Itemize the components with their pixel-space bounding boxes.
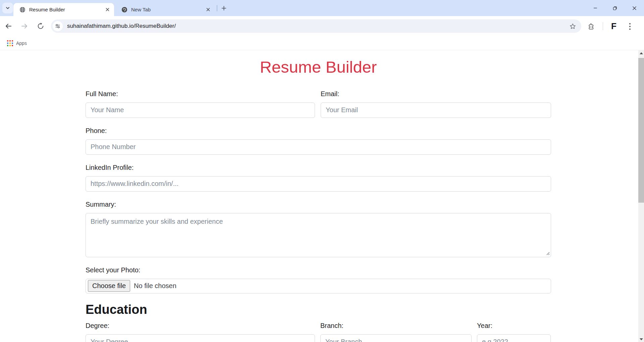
browser-menu-button[interactable]: [625, 21, 635, 32]
year-input[interactable]: [477, 334, 551, 342]
reload-button[interactable]: [35, 20, 46, 32]
tab-resume-builder[interactable]: Resume Builder: [13, 3, 114, 16]
full-name-label: Full Name:: [86, 90, 315, 98]
scrollbar-thumb[interactable]: [638, 58, 644, 203]
phone-label: Phone:: [86, 127, 551, 135]
globe-favicon-icon: [19, 7, 25, 13]
back-button[interactable]: [3, 20, 14, 32]
degree-label: Degree:: [86, 322, 315, 330]
chrome-favicon-icon: [121, 7, 127, 13]
linkedin-input[interactable]: [86, 176, 551, 192]
reload-icon: [37, 22, 44, 30]
arrow-right-icon: [21, 22, 28, 30]
page-title: Resume Builder: [86, 58, 551, 76]
restore-button[interactable]: [605, 0, 625, 16]
tab-close-icon[interactable]: [205, 6, 211, 13]
chevron-down-icon: [5, 6, 10, 10]
scroll-up-button[interactable]: [638, 50, 644, 56]
tune-icon: [55, 23, 60, 29]
summary-textarea[interactable]: [86, 213, 551, 257]
education-heading: Education: [86, 302, 551, 317]
resume-builder-form: Resume Builder Full Name: Email: Phone: …: [86, 50, 551, 342]
choose-file-button[interactable]: Choose file: [88, 280, 130, 292]
tab-title: New Tab: [131, 7, 205, 12]
phone-input[interactable]: [86, 139, 551, 155]
triangle-up-icon: [640, 52, 643, 54]
photo-file-input[interactable]: Choose file No file chosen: [86, 279, 551, 293]
restore-icon: [613, 6, 617, 10]
dot-icon: [629, 28, 631, 30]
forward-button[interactable]: [19, 20, 30, 32]
tab-close-icon[interactable]: [104, 6, 111, 13]
tab-divider: [217, 5, 217, 11]
toolbar-separator: [603, 22, 603, 30]
minimize-button[interactable]: [586, 0, 605, 16]
arrow-left-icon: [5, 22, 12, 30]
triangle-down-icon: [640, 338, 643, 340]
photo-row: Select your Photo: Choose file No file c…: [86, 266, 551, 293]
new-tab-button[interactable]: [219, 3, 228, 13]
linkedin-label: LinkedIn Profile:: [86, 164, 551, 172]
puzzle-icon: [588, 23, 595, 30]
email-label: Email:: [321, 90, 551, 98]
bookmarks-bar: Apps: [0, 36, 644, 50]
tab-search-button[interactable]: [2, 3, 13, 13]
degree-input[interactable]: [86, 334, 315, 342]
plus-icon: [221, 6, 226, 11]
bookmark-label: Apps: [16, 41, 27, 46]
bookmark-apps[interactable]: Apps: [4, 39, 30, 48]
page-viewport: Resume Builder Full Name: Email: Phone: …: [0, 50, 644, 342]
window-controls: [586, 0, 644, 16]
apps-grid-icon: [7, 40, 13, 46]
name-email-row: Full Name: Email:: [86, 90, 551, 118]
address-bar[interactable]: suhainafathimam.github.io/ResumeBuilder/: [51, 19, 581, 33]
linkedin-row: LinkedIn Profile:: [86, 164, 551, 192]
close-window-button[interactable]: [625, 0, 644, 16]
dot-icon: [629, 23, 631, 24]
site-info-button[interactable]: [53, 21, 63, 31]
branch-label: Branch:: [320, 322, 472, 330]
full-name-input[interactable]: [86, 102, 315, 118]
page-scrollbar[interactable]: [638, 50, 644, 342]
scroll-down-button[interactable]: [638, 336, 644, 342]
minimize-icon: [593, 6, 597, 10]
photo-label: Select your Photo:: [86, 266, 551, 274]
close-icon: [632, 6, 637, 10]
branch-input[interactable]: [320, 334, 472, 342]
tab-strip: Resume Builder New Tab: [0, 0, 644, 16]
star-icon: [569, 23, 576, 30]
summary-row: Summary:: [86, 201, 551, 257]
browser-window: Resume Builder New Tab: [0, 0, 644, 342]
tab-title: Resume Builder: [29, 7, 104, 12]
year-label: Year:: [477, 322, 551, 330]
toolbar: suhainafathimam.github.io/ResumeBuilder/…: [0, 16, 644, 36]
education-row: Degree: Branch: Year:: [86, 322, 551, 342]
url-text: suhainafathimam.github.io/ResumeBuilder/: [67, 23, 176, 29]
tab-new-tab[interactable]: New Tab: [117, 3, 215, 16]
extensions-button[interactable]: [586, 21, 596, 32]
summary-label: Summary:: [86, 201, 551, 208]
file-status-text: No file chosen: [134, 282, 176, 290]
email-input[interactable]: [321, 102, 551, 118]
bookmark-star-button[interactable]: [568, 22, 577, 30]
dot-icon: [629, 26, 631, 27]
profile-avatar[interactable]: F: [608, 21, 620, 31]
phone-row: Phone:: [86, 127, 551, 155]
